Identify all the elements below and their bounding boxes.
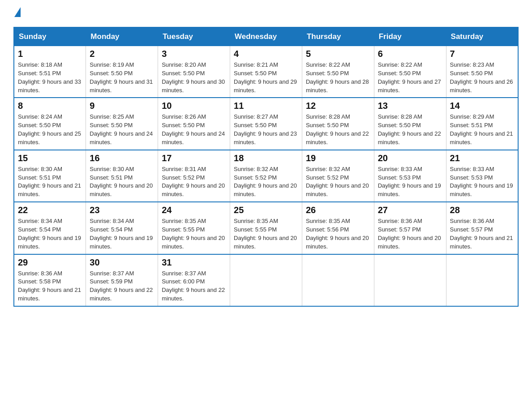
day-info: Sunrise: 8:25 AMSunset: 5:50 PMDaylight:… <box>90 113 154 146</box>
day-number: 20 <box>378 153 442 163</box>
day-number: 9 <box>90 101 154 111</box>
day-number: 4 <box>234 49 298 59</box>
day-info: Sunrise: 8:36 AMSunset: 5:58 PMDaylight:… <box>18 270 82 303</box>
calendar-cell: 4Sunrise: 8:21 AMSunset: 5:50 PMDaylight… <box>230 46 302 98</box>
calendar-cell: 20Sunrise: 8:33 AMSunset: 5:53 PMDayligh… <box>374 150 446 202</box>
calendar-cell: 27Sunrise: 8:36 AMSunset: 5:57 PMDayligh… <box>374 202 446 254</box>
day-number: 17 <box>162 153 226 163</box>
calendar-cell: 14Sunrise: 8:29 AMSunset: 5:51 PMDayligh… <box>446 98 518 150</box>
day-info: Sunrise: 8:27 AMSunset: 5:50 PMDaylight:… <box>234 113 298 146</box>
day-number: 18 <box>234 153 298 163</box>
calendar-header-friday: Friday <box>374 27 446 46</box>
day-info: Sunrise: 8:36 AMSunset: 5:57 PMDaylight:… <box>378 217 442 251</box>
day-info: Sunrise: 8:20 AMSunset: 5:50 PMDaylight:… <box>162 61 226 94</box>
calendar-cell: 19Sunrise: 8:32 AMSunset: 5:52 PMDayligh… <box>302 150 374 202</box>
day-number: 24 <box>162 205 226 215</box>
day-number: 14 <box>450 101 514 111</box>
calendar-cell: 30Sunrise: 8:37 AMSunset: 5:59 PMDayligh… <box>86 254 158 306</box>
calendar-cell: 29Sunrise: 8:36 AMSunset: 5:58 PMDayligh… <box>14 254 86 306</box>
day-number: 12 <box>306 101 370 111</box>
calendar-cell: 12Sunrise: 8:28 AMSunset: 5:50 PMDayligh… <box>302 98 374 150</box>
calendar-cell: 28Sunrise: 8:36 AMSunset: 5:57 PMDayligh… <box>446 202 518 254</box>
calendar-header-tuesday: Tuesday <box>158 27 230 46</box>
day-number: 7 <box>450 49 514 59</box>
day-info: Sunrise: 8:18 AMSunset: 5:51 PMDaylight:… <box>18 61 82 94</box>
calendar-cell: 8Sunrise: 8:24 AMSunset: 5:50 PMDaylight… <box>14 98 86 150</box>
calendar-header-sunday: Sunday <box>14 27 86 46</box>
day-number: 25 <box>234 205 298 215</box>
day-number: 26 <box>306 205 370 215</box>
day-number: 19 <box>306 153 370 163</box>
day-number: 11 <box>234 101 298 111</box>
day-number: 30 <box>90 257 154 268</box>
day-info: Sunrise: 8:33 AMSunset: 5:53 PMDaylight:… <box>450 165 514 199</box>
calendar-week-row: 22Sunrise: 8:34 AMSunset: 5:54 PMDayligh… <box>14 202 518 254</box>
calendar-header-monday: Monday <box>86 27 158 46</box>
day-info: Sunrise: 8:35 AMSunset: 5:55 PMDaylight:… <box>162 217 226 251</box>
calendar-cell: 13Sunrise: 8:28 AMSunset: 5:50 PMDayligh… <box>374 98 446 150</box>
calendar-cell <box>230 254 302 306</box>
day-number: 6 <box>378 49 442 59</box>
calendar-cell: 17Sunrise: 8:31 AMSunset: 5:52 PMDayligh… <box>158 150 230 202</box>
calendar-header-thursday: Thursday <box>302 27 374 46</box>
day-info: Sunrise: 8:35 AMSunset: 5:55 PMDaylight:… <box>234 217 298 251</box>
day-info: Sunrise: 8:35 AMSunset: 5:56 PMDaylight:… <box>306 217 370 251</box>
day-info: Sunrise: 8:28 AMSunset: 5:50 PMDaylight:… <box>306 113 370 146</box>
day-info: Sunrise: 8:37 AMSunset: 6:00 PMDaylight:… <box>162 270 226 303</box>
day-info: Sunrise: 8:33 AMSunset: 5:53 PMDaylight:… <box>378 165 442 199</box>
calendar-cell: 31Sunrise: 8:37 AMSunset: 6:00 PMDayligh… <box>158 254 230 306</box>
calendar-cell: 1Sunrise: 8:18 AMSunset: 5:51 PMDaylight… <box>14 46 86 98</box>
day-number: 2 <box>90 49 154 59</box>
day-info: Sunrise: 8:37 AMSunset: 5:59 PMDaylight:… <box>90 270 154 303</box>
calendar-cell: 6Sunrise: 8:22 AMSunset: 5:50 PMDaylight… <box>374 46 446 98</box>
day-info: Sunrise: 8:22 AMSunset: 5:50 PMDaylight:… <box>378 61 442 94</box>
day-number: 29 <box>18 257 82 268</box>
day-info: Sunrise: 8:19 AMSunset: 5:50 PMDaylight:… <box>90 61 154 94</box>
calendar-week-row: 8Sunrise: 8:24 AMSunset: 5:50 PMDaylight… <box>14 98 518 150</box>
calendar-cell: 24Sunrise: 8:35 AMSunset: 5:55 PMDayligh… <box>158 202 230 254</box>
calendar-cell: 26Sunrise: 8:35 AMSunset: 5:56 PMDayligh… <box>302 202 374 254</box>
logo-triangle-icon <box>13 9 21 19</box>
calendar-cell: 25Sunrise: 8:35 AMSunset: 5:55 PMDayligh… <box>230 202 302 254</box>
day-number: 22 <box>18 205 82 215</box>
day-number: 8 <box>18 101 82 111</box>
calendar-cell <box>374 254 446 306</box>
calendar-week-row: 1Sunrise: 8:18 AMSunset: 5:51 PMDaylight… <box>14 46 518 98</box>
calendar-cell: 22Sunrise: 8:34 AMSunset: 5:54 PMDayligh… <box>14 202 86 254</box>
day-number: 21 <box>450 153 514 163</box>
calendar-cell: 10Sunrise: 8:26 AMSunset: 5:50 PMDayligh… <box>158 98 230 150</box>
day-info: Sunrise: 8:30 AMSunset: 5:51 PMDaylight:… <box>90 165 154 199</box>
page-header <box>13 9 519 19</box>
day-number: 23 <box>90 205 154 215</box>
day-info: Sunrise: 8:32 AMSunset: 5:52 PMDaylight:… <box>234 165 298 199</box>
day-info: Sunrise: 8:24 AMSunset: 5:50 PMDaylight:… <box>18 113 82 146</box>
calendar-cell: 15Sunrise: 8:30 AMSunset: 5:51 PMDayligh… <box>14 150 86 202</box>
calendar-week-row: 29Sunrise: 8:36 AMSunset: 5:58 PMDayligh… <box>14 254 518 306</box>
day-number: 16 <box>90 153 154 163</box>
day-number: 10 <box>162 101 226 111</box>
day-number: 28 <box>450 205 514 215</box>
day-info: Sunrise: 8:21 AMSunset: 5:50 PMDaylight:… <box>234 61 298 94</box>
calendar-cell <box>446 254 518 306</box>
calendar-cell: 11Sunrise: 8:27 AMSunset: 5:50 PMDayligh… <box>230 98 302 150</box>
calendar-week-row: 15Sunrise: 8:30 AMSunset: 5:51 PMDayligh… <box>14 150 518 202</box>
day-info: Sunrise: 8:34 AMSunset: 5:54 PMDaylight:… <box>90 217 154 251</box>
day-info: Sunrise: 8:34 AMSunset: 5:54 PMDaylight:… <box>18 217 82 251</box>
calendar-cell: 2Sunrise: 8:19 AMSunset: 5:50 PMDaylight… <box>86 46 158 98</box>
day-number: 27 <box>378 205 442 215</box>
calendar-cell: 9Sunrise: 8:25 AMSunset: 5:50 PMDaylight… <box>86 98 158 150</box>
calendar-cell: 3Sunrise: 8:20 AMSunset: 5:50 PMDaylight… <box>158 46 230 98</box>
calendar-cell: 5Sunrise: 8:22 AMSunset: 5:50 PMDaylight… <box>302 46 374 98</box>
day-info: Sunrise: 8:29 AMSunset: 5:51 PMDaylight:… <box>450 113 514 146</box>
logo <box>13 9 21 19</box>
day-info: Sunrise: 8:26 AMSunset: 5:50 PMDaylight:… <box>162 113 226 146</box>
day-info: Sunrise: 8:23 AMSunset: 5:50 PMDaylight:… <box>450 61 514 94</box>
day-number: 13 <box>378 101 442 111</box>
calendar-header-row: SundayMondayTuesdayWednesdayThursdayFrid… <box>14 27 518 46</box>
calendar-cell: 18Sunrise: 8:32 AMSunset: 5:52 PMDayligh… <box>230 150 302 202</box>
calendar-table: SundayMondayTuesdayWednesdayThursdayFrid… <box>13 27 519 307</box>
calendar-cell: 21Sunrise: 8:33 AMSunset: 5:53 PMDayligh… <box>446 150 518 202</box>
calendar-header-saturday: Saturday <box>446 27 518 46</box>
day-info: Sunrise: 8:22 AMSunset: 5:50 PMDaylight:… <box>306 61 370 94</box>
calendar-cell: 23Sunrise: 8:34 AMSunset: 5:54 PMDayligh… <box>86 202 158 254</box>
